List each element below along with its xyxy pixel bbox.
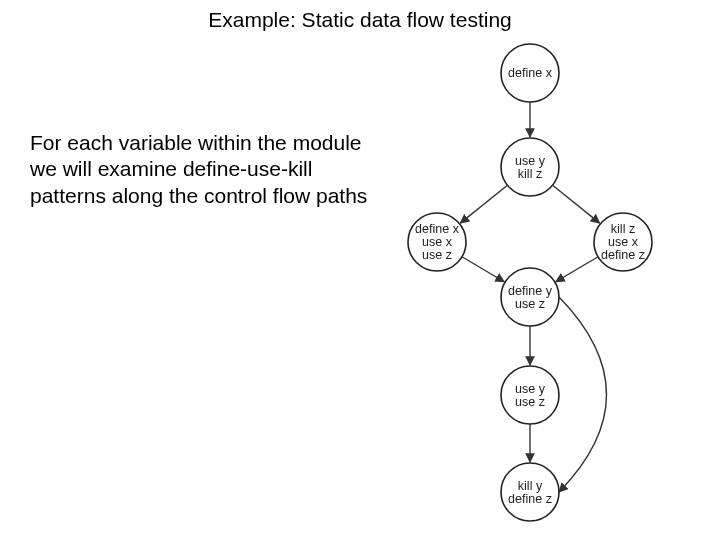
node-label: define x: [415, 222, 460, 236]
node-label: kill y: [518, 479, 543, 493]
node-label: use x: [422, 235, 453, 249]
node-label: use y: [515, 154, 546, 168]
node-label: use z: [515, 395, 545, 409]
node-label: define z: [508, 492, 552, 506]
node-label: define x: [508, 66, 553, 80]
edge-n3-n5: [462, 257, 504, 282]
node-label: use z: [422, 248, 452, 262]
node-label: use x: [608, 235, 639, 249]
edge-n2-n4: [553, 185, 600, 223]
node-n2: use ykill z: [501, 138, 559, 196]
node-label: use z: [515, 297, 545, 311]
node-label: define z: [601, 248, 645, 262]
edge-n4-n5: [556, 257, 598, 282]
node-n5: define yuse z: [501, 268, 559, 326]
node-n6: use yuse z: [501, 366, 559, 424]
node-label: define y: [508, 284, 553, 298]
node-n3: define xuse xuse z: [408, 213, 466, 271]
node-n4: kill zuse xdefine z: [594, 213, 652, 271]
edge-n5-n7: [559, 297, 607, 492]
node-label: kill z: [518, 167, 542, 181]
node-label: kill z: [611, 222, 635, 236]
flow-diagram: define xuse ykill zdefine xuse xuse zkil…: [0, 0, 720, 540]
node-n7: kill ydefine z: [501, 463, 559, 521]
edge-n2-n3: [460, 185, 507, 223]
node-n1: define x: [501, 44, 559, 102]
node-label: use y: [515, 382, 546, 396]
